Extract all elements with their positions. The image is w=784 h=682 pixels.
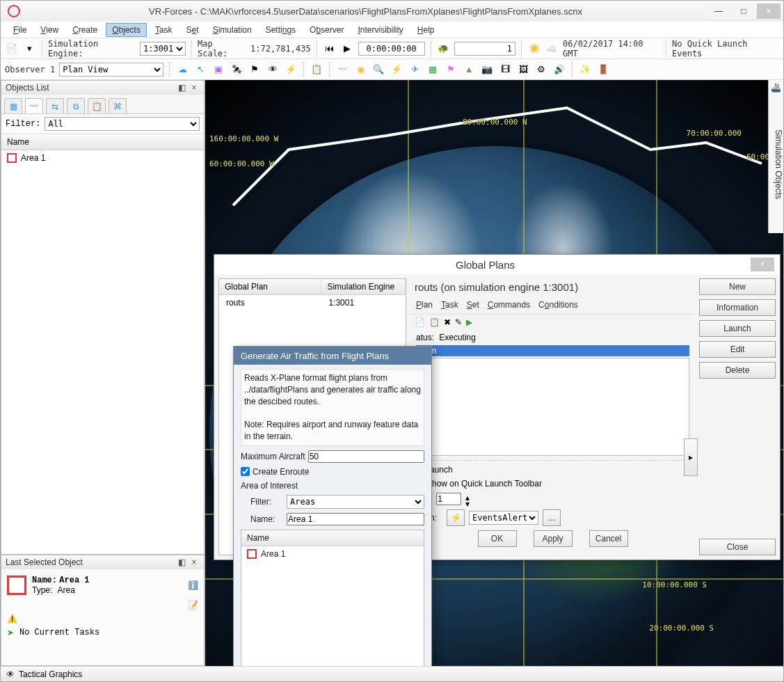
route-icon[interactable]: 〰 [335,63,349,77]
film-icon[interactable]: 🎞 [498,63,512,77]
cancel-button[interactable]: Cancel [589,530,628,547]
sim-engine-select[interactable]: 1:3001 [140,42,186,56]
col-global-plan[interactable]: Global Plan [219,279,321,294]
ordinal-input[interactable] [436,493,461,505]
more-button[interactable]: ... [543,509,561,526]
sim-clock-input[interactable] [358,42,425,56]
edit-icon[interactable]: 📝 [188,600,198,610]
new-button[interactable]: New [699,278,776,295]
tab-task[interactable]: Task [441,300,458,310]
satellite-icon[interactable]: 🛰 [230,63,243,77]
rewind-icon[interactable]: ⏮ [323,42,336,56]
disc-icon[interactable]: ◉ [353,63,367,77]
close-button[interactable]: × [757,3,781,19]
observer-view-select[interactable]: Plan View [59,63,163,77]
menu-set[interactable]: Set [181,24,205,36]
speed-icon[interactable]: 🐢 [437,42,450,56]
edit-button[interactable]: Edit [699,341,776,358]
menu-settings[interactable]: Settings [260,24,301,36]
col-sim-engine[interactable]: Simulation Engine [321,279,406,294]
bolt-icon-button[interactable]: ⚡ [447,509,465,526]
eye-icon[interactable]: 👁 [266,63,280,77]
tab-commands[interactable]: Commands [488,300,530,310]
copy-icon[interactable]: 📄 [415,317,425,327]
spin-up-icon[interactable]: ▴ [465,493,470,499]
tab-plan[interactable]: Plan [416,300,433,310]
plan-selected-item[interactable]: lan [416,345,689,356]
information-button[interactable]: Information [699,299,776,316]
green-box-icon[interactable]: ▦ [426,63,440,77]
tab-hierarchy[interactable]: ⇆ [46,98,64,113]
run-icon[interactable]: ▶ [466,317,472,327]
delete-icon[interactable]: ✖ [444,317,451,327]
bolt-icon[interactable]: ⚡ [284,63,298,77]
close-icon[interactable]: × [751,257,774,271]
box-icon[interactable]: ▣ [211,63,225,77]
tab-blue-entities[interactable]: ▦ [4,98,22,113]
tab-set[interactable]: Set [467,300,479,310]
layer-icon[interactable]: 📋 [310,63,323,77]
minimize-button[interactable]: — [707,3,730,19]
time-multiplier-input[interactable] [454,42,515,56]
launch-button[interactable]: Launch [699,320,776,337]
info-icon[interactable]: ℹ️ [188,580,198,590]
menu-help[interactable]: Help [412,24,440,36]
list-item[interactable]: Area 1 [1,150,204,166]
tool-icon[interactable]: ☁ [175,63,189,77]
new-doc-icon[interactable]: 📄 [5,42,18,56]
spark-icon[interactable]: ✨ [578,63,592,77]
menu-file[interactable]: File [8,24,32,36]
max-aircraft-input[interactable] [308,450,424,463]
menu-simulation[interactable]: Simulation [207,24,257,36]
play-icon[interactable]: ▶ [340,42,353,56]
sim-objects-sidebar[interactable]: 🚢 Simulation Objects [768,80,783,233]
ok-button[interactable]: OK [478,530,517,547]
search-icon[interactable]: 🔍 [371,63,385,77]
panel-float-icon[interactable]: ◧ [176,557,187,567]
objects-list-body[interactable]: Area 1 [1,150,204,554]
camera-icon[interactable]: 📷 [480,63,494,77]
gat-area-list[interactable]: Name Area 1 [241,530,424,666]
icon-select[interactable]: EventsAlert. [469,511,538,525]
exit-icon[interactable]: 🚪 [596,63,610,77]
spin-down-icon[interactable]: ▾ [465,499,470,505]
list-item[interactable]: Area 1 [241,546,424,562]
panel-float-icon[interactable]: ◧ [176,83,187,93]
filter-select[interactable]: All [45,117,200,131]
gat-name-input[interactable] [287,513,424,525]
apply-button[interactable]: Apply [534,530,573,547]
tab-clipboard[interactable]: 📋 [88,98,106,113]
menu-create[interactable]: Create [67,24,103,36]
picture-icon[interactable]: 🖼 [516,63,530,77]
expand-button[interactable]: ▸ [684,438,698,476]
menu-intervisibility[interactable]: Intervisibility [352,24,408,36]
table-row[interactable]: routs 1:3001 [219,295,406,310]
menu-view[interactable]: View [35,24,64,36]
tab-network[interactable]: ⌘ [109,98,127,113]
tree-icon[interactable]: ▲ [462,63,476,77]
tab-groups[interactable]: ⧉ [67,98,85,113]
plane-icon[interactable]: ✈ [408,63,422,77]
pointer-icon[interactable]: ↖ [193,63,207,77]
delete-button[interactable]: Delete [699,362,776,379]
paste-icon[interactable]: 📋 [429,317,440,327]
gat-col-header[interactable]: Name [241,530,424,546]
flag-icon[interactable]: ⚑ [248,63,262,77]
lightning-icon[interactable]: ⚡ [390,63,403,77]
tab-conditions[interactable]: Conditions [538,300,578,310]
gat-filter-select[interactable]: Areas [287,495,424,509]
create-enroute-checkbox[interactable] [241,467,250,476]
objects-col-header[interactable]: Name [1,134,204,150]
dropdown-icon[interactable]: ▾ [22,42,35,56]
tab-red-entities[interactable]: 〰 [25,98,43,113]
panel-close-icon[interactable]: × [189,83,200,93]
menu-task[interactable]: Task [150,24,178,36]
maximize-button[interactable]: □ [732,3,755,19]
close-button[interactable]: Close [699,539,776,555]
menu-observer[interactable]: Observer [304,24,349,36]
sound-icon[interactable]: 🔊 [552,63,566,77]
edit-icon[interactable]: ✎ [455,317,462,327]
menu-objects[interactable]: Objects [106,23,147,37]
gear-icon[interactable]: ⚙ [534,63,548,77]
panel-close-icon[interactable]: × [189,557,200,567]
